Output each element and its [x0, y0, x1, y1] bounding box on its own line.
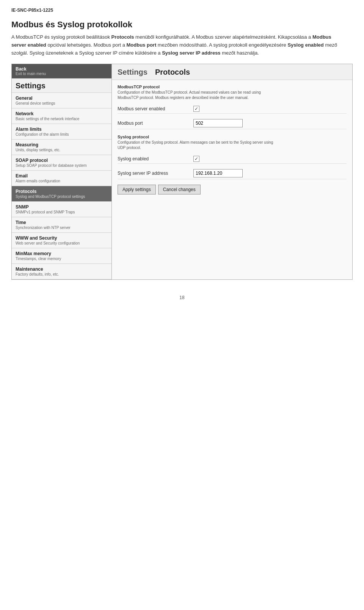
sidebar-item-alarm-limits-title: Alarm limits	[16, 127, 108, 132]
content-header: Settings Protocols	[112, 64, 352, 80]
syslog-section: Syslog protocol Configuration of the Sys…	[118, 135, 347, 179]
sidebar-item-minmax[interactable]: MinMax memory Timestamps, clear memory	[12, 248, 111, 264]
sidebar-item-measuring[interactable]: Measuring Units, display settings, etc.	[12, 140, 111, 155]
sidebar-item-network-sub: Basic settings of the network interface	[16, 117, 108, 121]
content-protocols-label: Protocols	[155, 68, 190, 77]
sidebar-item-minmax-title: MinMax memory	[16, 251, 108, 256]
sidebar-item-www-security[interactable]: WWW and Security Web server and Security…	[12, 233, 111, 248]
sidebar-item-maintenance-title: Maintenance	[16, 267, 108, 272]
syslog-section-title: Syslog protocol	[118, 135, 347, 139]
sidebar-item-maintenance[interactable]: Maintenance Factory defaults, info, etc.	[12, 264, 111, 279]
sidebar-item-snmp-title: SNMP	[16, 204, 108, 210]
button-row: Apply settings Cancel changes	[118, 185, 347, 194]
device-title: IE-SNC-P85x1-1225	[11, 8, 353, 13]
sidebar-item-soap-sub: Setup SOAP protocol for database system	[16, 163, 108, 168]
syslog-server-ip-row: Syslog server IP address	[118, 168, 347, 179]
modbus-port-value	[193, 119, 243, 127]
modbus-port-input[interactable]	[193, 119, 243, 127]
back-sub: Exit to main menu	[16, 72, 108, 76]
syslog-server-ip-label: Syslog server IP address	[118, 171, 193, 176]
sidebar-item-www-security-title: WWW and Security	[16, 235, 108, 241]
main-layout: Back Exit to main menu Settings General …	[11, 64, 353, 280]
sidebar-item-alarm-limits[interactable]: Alarm limits Configuration of the alarm …	[12, 124, 111, 140]
intro-text: A ModbusTCP és syslog protokoll beállítá…	[11, 33, 337, 57]
sidebar-item-email-sub: Alarm emails configuration	[16, 179, 108, 183]
sidebar-item-time[interactable]: Time Synchronization with NTP server	[12, 217, 111, 233]
sidebar-item-general[interactable]: General General device settings	[12, 93, 111, 108]
sidebar-item-protocols-sub: Syslog and ModbusTCP protocol settings	[16, 194, 108, 199]
modbus-section: ModbusTCP protocol Configuration of the …	[118, 85, 347, 129]
sidebar-item-time-title: Time	[16, 220, 108, 225]
modbus-server-enabled-row: Modbus server enabled ✓	[118, 104, 347, 114]
modbus-port-label: Modbus port	[118, 121, 193, 126]
modbus-section-title: ModbusTCP protocol	[118, 85, 347, 89]
syslog-enabled-label: Syslog enabled	[118, 156, 193, 162]
apply-settings-button[interactable]: Apply settings	[118, 185, 156, 194]
syslog-enabled-row: Syslog enabled ✓	[118, 154, 347, 164]
content-area: Settings Protocols ModbusTCP protocol Co…	[112, 64, 353, 280]
syslog-server-ip-input[interactable]	[193, 169, 243, 177]
page-footer: 18	[11, 295, 353, 300]
sidebar-item-general-sub: General device settings	[16, 101, 108, 105]
sidebar-item-network-title: Network	[16, 111, 108, 116]
sidebar-item-soap-title: SOAP protocol	[16, 158, 108, 163]
syslog-enabled-checkbox[interactable]: ✓	[193, 156, 199, 162]
sidebar-item-protocols-title: Protocols	[16, 189, 108, 194]
sidebar-item-snmp-sub: SNMPv1 protocol and SNMP Traps	[16, 210, 108, 214]
sidebar-item-minmax-sub: Timestamps, clear memory	[16, 257, 108, 261]
sidebar-item-email-title: Email	[16, 173, 108, 179]
syslog-enabled-value[interactable]: ✓	[193, 156, 199, 162]
modbus-server-enabled-label: Modbus server enabled	[118, 106, 193, 111]
sidebar-item-measuring-title: Measuring	[16, 142, 108, 147]
sidebar-item-protocols[interactable]: Protocols Syslog and ModbusTCP protocol …	[12, 186, 111, 202]
sidebar-item-time-sub: Synchronization with NTP server	[16, 226, 108, 230]
sidebar-item-general-title: General	[16, 96, 108, 101]
sidebar: Back Exit to main menu Settings General …	[11, 64, 112, 280]
back-title: Back	[16, 66, 108, 72]
modbus-section-desc: Configuration of the ModbusTCP protocol.…	[118, 90, 281, 100]
sidebar-item-maintenance-sub: Factory defaults, info, etc.	[16, 272, 108, 276]
modbus-server-enabled-value[interactable]: ✓	[193, 106, 199, 112]
sidebar-item-soap[interactable]: SOAP protocol Setup SOAP protocol for da…	[12, 155, 111, 171]
cancel-changes-button[interactable]: Cancel changes	[158, 185, 201, 194]
modbus-server-enabled-checkbox[interactable]: ✓	[193, 106, 199, 112]
sidebar-item-email[interactable]: Email Alarm emails configuration	[12, 171, 111, 186]
modbus-port-row: Modbus port	[118, 118, 347, 129]
sidebar-item-network[interactable]: Network Basic settings of the network in…	[12, 108, 111, 124]
syslog-section-desc: Configuration of the Syslog protocol. Al…	[118, 140, 281, 151]
sidebar-item-alarm-limits-sub: Configuration of the alarm limits	[16, 132, 108, 136]
sidebar-item-measuring-sub: Units, display settings, etc.	[16, 148, 108, 152]
sidebar-settings-title: Settings	[12, 78, 111, 93]
content-settings-label: Settings	[118, 68, 147, 77]
sidebar-item-www-security-sub: Web server and Security configuration	[16, 241, 108, 245]
sidebar-item-snmp[interactable]: SNMP SNMPv1 protocol and SNMP Traps	[12, 202, 111, 217]
back-button[interactable]: Back Exit to main menu	[12, 64, 111, 78]
syslog-server-ip-value	[193, 169, 243, 177]
page-heading: Modbus és Syslog protokollok	[11, 20, 353, 30]
content-body: ModbusTCP protocol Configuration of the …	[112, 80, 352, 199]
